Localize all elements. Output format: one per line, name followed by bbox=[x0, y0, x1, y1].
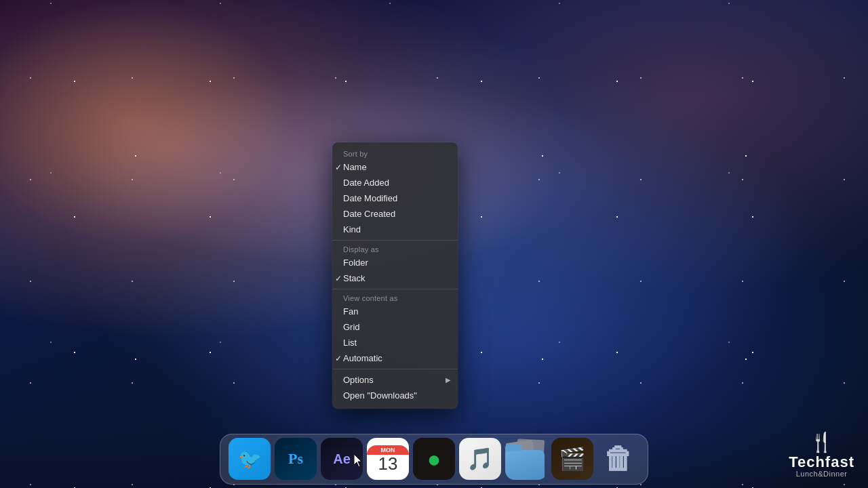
dock-inner: 🐦 Ps Ae MON 13 ● 🎵 bbox=[220, 434, 648, 485]
dock-spotify[interactable]: ● bbox=[413, 438, 455, 480]
check-name: ✓ bbox=[335, 163, 342, 172]
sort-by-kind[interactable]: Kind bbox=[332, 222, 458, 237]
brand-name: Techfast bbox=[789, 455, 854, 470]
dock: 🐦 Ps Ae MON 13 ● 🎵 bbox=[0, 427, 868, 488]
view-as-fan[interactable]: Fan bbox=[332, 304, 458, 319]
check-stack: ✓ bbox=[335, 274, 342, 283]
dock-movie-folder[interactable]: 🎬 bbox=[551, 438, 593, 480]
spotify-icon: ● bbox=[427, 446, 441, 472]
sort-by-name[interactable]: ✓ Name bbox=[332, 159, 458, 175]
view-as-grid[interactable]: Grid bbox=[332, 319, 458, 335]
twitter-icon: 🐦 bbox=[238, 448, 262, 470]
view-content-section: View content as Fan Grid List ✓ Automati… bbox=[332, 289, 458, 367]
fork-icon: 🍴 bbox=[789, 431, 854, 453]
itunes-icon: 🎵 bbox=[467, 446, 494, 472]
display-as-folder[interactable]: Folder bbox=[332, 255, 458, 270]
sort-by-label: Sort by bbox=[332, 148, 458, 159]
display-as-label: Display as bbox=[332, 243, 458, 255]
view-content-label: View content as bbox=[332, 292, 458, 304]
sort-by-date-added[interactable]: Date Added bbox=[332, 175, 458, 190]
downloads-folder-icon bbox=[505, 450, 545, 480]
sort-by-date-modified[interactable]: Date Modified bbox=[332, 190, 458, 206]
display-as-section: Display as Folder ✓ Stack bbox=[332, 240, 458, 287]
options-item[interactable]: Options ▶ bbox=[332, 372, 458, 388]
downloads-stack bbox=[505, 438, 547, 480]
brand-subtitle: Lunch&Dinner bbox=[789, 470, 854, 478]
trash-icon: 🗑 bbox=[604, 442, 633, 476]
calendar-day: 13 bbox=[378, 455, 398, 472]
view-as-list[interactable]: List bbox=[332, 335, 458, 350]
dock-itunes[interactable]: 🎵 bbox=[459, 438, 501, 480]
sort-by-date-created[interactable]: Date Created bbox=[332, 206, 458, 222]
ps-icon: Ps bbox=[288, 450, 303, 468]
dock-calendar[interactable]: MON 13 bbox=[367, 438, 409, 480]
open-downloads-item[interactable]: Open "Downloads" bbox=[332, 388, 458, 403]
options-section: Options ▶ Open "Downloads" bbox=[332, 369, 458, 405]
check-automatic: ✓ bbox=[335, 354, 342, 363]
display-as-stack[interactable]: ✓ Stack bbox=[332, 270, 458, 286]
dock-trash[interactable]: 🗑 bbox=[597, 438, 639, 480]
dock-twitter[interactable]: 🐦 bbox=[229, 438, 271, 480]
dock-downloads[interactable] bbox=[505, 438, 547, 480]
dock-after-effects[interactable]: Ae bbox=[321, 438, 363, 480]
context-menu: Sort by ✓ Name Date Added Date Modified … bbox=[332, 142, 458, 409]
sort-by-section: Sort by ✓ Name Date Added Date Modified … bbox=[332, 146, 458, 239]
options-arrow-icon: ▶ bbox=[446, 376, 451, 384]
movie-icon: 🎬 bbox=[568, 455, 577, 464]
ae-icon: Ae bbox=[333, 451, 351, 467]
watermark: 🍴 Techfast Lunch&Dinner bbox=[789, 431, 854, 478]
view-as-automatic[interactable]: ✓ Automatic bbox=[332, 350, 458, 366]
dock-photoshop[interactable]: Ps bbox=[275, 438, 317, 480]
